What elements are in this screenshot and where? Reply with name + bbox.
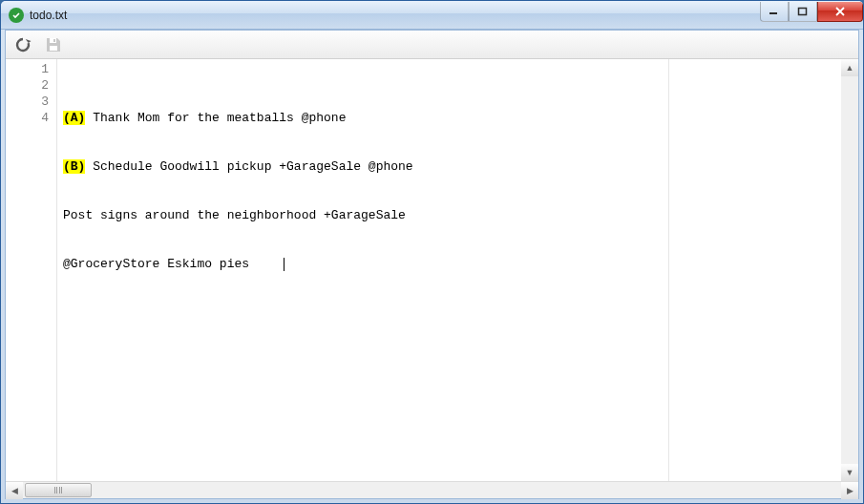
priority-tag: (B) xyxy=(63,159,85,174)
svg-rect-5 xyxy=(53,39,55,42)
svg-rect-1 xyxy=(799,9,807,15)
scroll-right-arrow-icon[interactable]: ▶ xyxy=(841,482,858,499)
maximize-button[interactable] xyxy=(789,2,817,22)
line-text: Thank Mom for the meatballs @phone xyxy=(85,111,346,125)
svg-rect-0 xyxy=(769,12,777,14)
window-title: todo.txt xyxy=(30,9,67,22)
editor-line: (B) Schedule Goodwill pickup +GarageSale… xyxy=(63,158,853,175)
client-area: 1 2 3 4 (A) Thank Mom for the meatballs … xyxy=(5,30,859,499)
minimize-button[interactable] xyxy=(760,2,789,22)
priority-tag: (A) xyxy=(63,111,85,125)
hscroll-thumb[interactable] xyxy=(25,483,92,497)
scroll-left-arrow-icon[interactable]: ◀ xyxy=(6,482,23,499)
text-editor[interactable]: (A) Thank Mom for the meatballs @phone (… xyxy=(57,59,858,481)
line-text: @GroceryStore Eskimo pies xyxy=(63,257,249,271)
app-icon xyxy=(9,8,24,23)
line-text: Post signs around the neighborhood +Gara… xyxy=(63,208,406,222)
close-button[interactable] xyxy=(817,2,863,22)
vertical-scrollbar[interactable]: ▲ ▼ xyxy=(841,59,858,481)
scroll-up-arrow-icon[interactable]: ▲ xyxy=(841,59,858,76)
titlebar[interactable]: todo.txt xyxy=(1,1,863,30)
horizontal-scrollbar[interactable]: ◀ ▶ xyxy=(6,481,858,498)
scroll-down-arrow-icon[interactable]: ▼ xyxy=(841,464,858,481)
application-window: todo.txt xyxy=(0,0,864,504)
svg-marker-2 xyxy=(26,39,32,43)
editor-line: Post signs around the neighborhood +Gara… xyxy=(63,207,853,223)
editor-line: @GroceryStore Eskimo pies xyxy=(63,256,853,272)
line-number: 2 xyxy=(6,77,56,94)
hscroll-track[interactable] xyxy=(23,482,841,499)
line-number: 1 xyxy=(6,61,56,77)
thumb-grips-icon xyxy=(54,487,63,494)
line-text: Schedule Goodwill pickup +GarageSale @ph… xyxy=(85,159,412,174)
line-number: 4 xyxy=(6,110,56,126)
editor-line: (A) Thank Mom for the meatballs @phone xyxy=(63,110,853,126)
text-cursor xyxy=(284,258,284,271)
window-controls xyxy=(760,2,863,22)
refresh-icon xyxy=(13,35,32,54)
editor-wrap: 1 2 3 4 (A) Thank Mom for the meatballs … xyxy=(6,59,858,481)
save-button[interactable] xyxy=(42,33,65,56)
refresh-button[interactable] xyxy=(11,33,34,56)
column-guide xyxy=(668,59,669,481)
line-number-gutter: 1 2 3 4 xyxy=(6,59,57,481)
line-number: 3 xyxy=(6,94,56,110)
svg-rect-4 xyxy=(50,46,57,51)
save-icon xyxy=(44,35,63,54)
toolbar xyxy=(6,31,858,59)
